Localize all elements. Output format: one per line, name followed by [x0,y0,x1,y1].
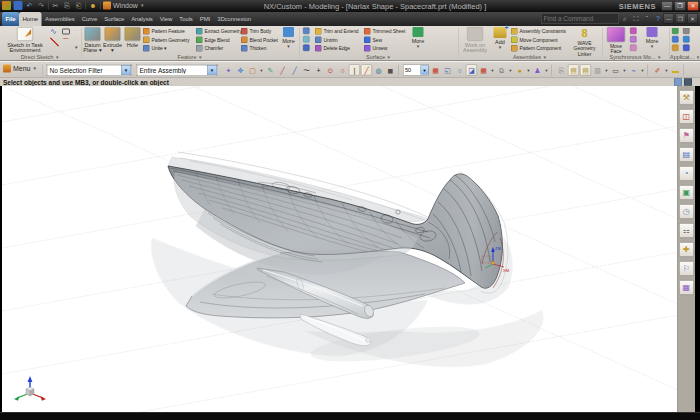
hole-button[interactable]: Hole [123,27,142,48]
group-dialog-arrow[interactable]: ▼ [657,55,661,60]
selection-filter-combo[interactable]: No Selection Filter ▼ [46,64,132,76]
unsew-button[interactable]: Unsew [364,45,405,53]
group-dialog-arrow[interactable]: ▼ [543,55,547,60]
web-browser-icon[interactable]: ◔ [679,166,694,181]
square-icon[interactable]: ▭ [610,65,621,76]
reuse-library-icon[interactable]: ▤ [679,147,694,162]
paste-icon[interactable]: ⎗ [74,1,83,10]
thicken-button[interactable]: Thicken [241,45,278,53]
assembly-navigator-icon[interactable]: ⚒ [679,90,694,105]
tab-tools[interactable]: Tools [176,12,197,26]
measure-icon[interactable]: ✐ [652,65,663,76]
circle-center-icon[interactable]: ⊙ [325,65,336,76]
line-red-icon[interactable]: ╱ [277,65,288,76]
chamfer-button[interactable]: Chamfer [196,45,242,53]
unite-button[interactable]: Unite ▾ [143,45,189,53]
chevron-down-icon[interactable]: ▾ [664,68,669,73]
trimmed-sheet-button[interactable]: Trimmed Sheet [364,28,405,36]
note-icon[interactable]: ▬ [670,65,681,76]
manufacturing-wizard-icon[interactable]: ⚏ [679,223,694,238]
highlight-icon[interactable]: ✎ [265,65,276,76]
delete-edge-button[interactable]: Delete Edge [315,45,359,53]
dialog-clip-icon[interactable] [684,79,692,86]
chevron-down-icon[interactable]: ▾ [508,68,513,73]
ball-icon[interactable]: ● [514,65,525,76]
chevron-down-icon[interactable]: ▼ [74,45,78,50]
chain-icon[interactable]: ⧉ [496,65,507,76]
arc-icon[interactable]: ⌒ [62,37,71,46]
cut-icon[interactable]: ✂ [51,1,60,10]
minimize-button[interactable]: — [661,1,673,11]
profile-icon[interactable]: ∿ [50,27,59,36]
doc-restore-button[interactable]: ❐ [675,14,686,24]
tab-3dconnexion[interactable]: 3Dconnexion [214,12,255,26]
chevron-down-icon[interactable]: ▾ [490,68,495,73]
edge-blend-button[interactable]: Edge Blend [196,36,242,44]
dark-cube-icon[interactable]: ◼ [385,65,396,76]
layers-icon[interactable]: ▥ [592,65,603,76]
pattern-geometry-button[interactable]: Pattern Geometry [143,36,189,44]
menu-button[interactable]: Menu ▼ [3,65,37,73]
chevron-down-icon[interactable]: ▾ [622,68,627,73]
trim-and-extend-button[interactable]: Trim and Extend [315,28,359,36]
extrude-button[interactable]: Extrude ▾ [103,27,122,53]
redo-icon[interactable]: ↷ [37,1,46,10]
move-face-button[interactable]: Move Face [604,27,628,54]
close-button[interactable]: ✕ [687,1,699,11]
find-command-input[interactable] [541,14,619,24]
history-icon[interactable]: ▣ [679,185,694,200]
maximize-button[interactable]: ❐ [674,1,686,11]
simulation-app-icon[interactable] [672,45,679,52]
synchronous-more-button[interactable]: More ▼ [641,27,663,49]
group-dialog-arrow[interactable]: ▼ [696,55,700,60]
sketch-in-task-environment-button[interactable]: Sketch in TaskEnvironment [2,27,48,53]
tab-pmi[interactable]: PMI [196,12,213,26]
minimize-ribbon-icon[interactable]: ˆ [642,14,652,24]
pull-face-icon[interactable] [630,28,637,35]
plus-icon[interactable]: + [313,65,324,76]
sew-button[interactable]: Sew [364,36,405,44]
people-icon[interactable]: ♟ [532,65,543,76]
chevron-down-icon[interactable]: ▾ [640,68,645,73]
doc-close-button[interactable]: ✕ [687,14,698,24]
add-component-button[interactable]: + Add ▼ [491,27,509,50]
selection-scope-combo[interactable]: Entire Assembly ▼ [136,64,218,76]
part-navigator-icon[interactable]: ⚑ [679,128,694,143]
roles-icon[interactable]: ✚ [679,242,694,257]
wave-geometry-linker-button[interactable]: 8 WAVEGeometry Linker [569,27,600,57]
folder1-icon[interactable]: ▤ [568,65,579,76]
circle-icon[interactable]: ○ [337,65,348,76]
chevron-down-icon[interactable]: ▾ [526,68,531,73]
assembly-constraints-button[interactable]: Assembly Constraints [511,28,566,36]
chevron-down-icon[interactable]: ▾ [544,68,549,73]
copy-icon[interactable]: ⎘ [556,65,567,76]
orient-icon[interactable]: ○ [454,65,465,76]
tab-surface[interactable]: Surface [101,12,128,26]
selection-rectangle-icon[interactable]: ▢ [247,65,258,76]
pattern-feature-button[interactable]: Pattern Feature [143,28,189,36]
untrim-button[interactable]: Untrim [315,36,359,44]
touch-mode-icon[interactable]: ✦ [223,65,234,76]
blend-pocket-button[interactable]: Blend Pocket [241,36,278,44]
user-icon[interactable]: ☻ [89,1,98,10]
modeling-app-icon[interactable] [672,28,679,35]
mechatronics-app-icon[interactable] [683,45,690,52]
wand-icon[interactable]: ⌁ [628,65,639,76]
pattern-component-button[interactable]: Pattern Component [511,45,566,53]
feature-more-button[interactable]: More ▼ [280,27,297,49]
slash-box-icon[interactable]: ╱ [361,65,372,76]
constraint-navigator-icon[interactable]: ◫ [679,109,694,124]
save-icon[interactable] [14,1,23,10]
group-dialog-arrow[interactable]: ▼ [198,55,202,60]
tab-home[interactable]: Home [19,12,42,26]
extract-geometry-button[interactable]: Extract Geometry [196,28,242,36]
search-icon[interactable]: ⌕ [620,14,630,24]
datum-plane-button[interactable]: Datum Plane ▾ [83,27,102,53]
doc-minimize-button[interactable]: — [663,14,674,24]
inspection-app-icon[interactable] [683,36,690,43]
swept-surface-icon[interactable] [303,36,310,43]
replace-face-icon[interactable] [630,45,637,52]
curve-icon[interactable]: 〜 [301,65,312,76]
rectangle-icon[interactable] [62,28,70,34]
tab-view[interactable]: View [156,12,176,26]
